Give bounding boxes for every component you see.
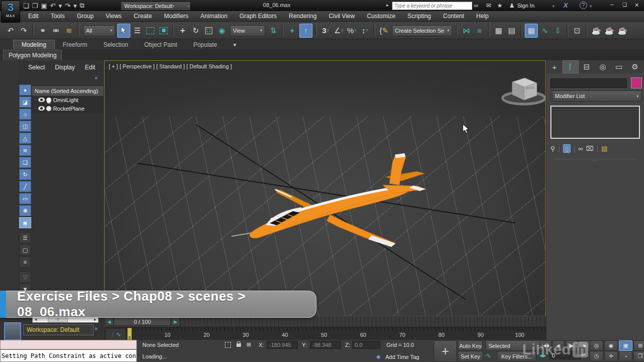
menu-item-help[interactable]: Help bbox=[470, 11, 495, 21]
select-and-move-button[interactable]: + bbox=[177, 24, 189, 37]
menu-item-content[interactable]: Content bbox=[437, 11, 470, 21]
ribbon-tab-selection[interactable]: Selection bbox=[95, 40, 136, 49]
display-shapes-toggle[interactable]: ◪ bbox=[19, 97, 31, 108]
list-item-omnilight[interactable]: ┄OmniLight bbox=[32, 96, 103, 104]
select-and-place-button[interactable]: ◉ bbox=[216, 24, 228, 37]
menu-item-modifiers[interactable]: Modifiers bbox=[158, 11, 195, 21]
selection-filter-dropdown[interactable]: All ▾ bbox=[83, 25, 115, 36]
new-file-icon[interactable]: ❏ bbox=[23, 2, 29, 10]
workspace-overflow-icon[interactable]: » bbox=[95, 325, 98, 331]
timeline-playhead[interactable]: 0 bbox=[127, 328, 132, 340]
communication-center-icon[interactable]: ✉ bbox=[486, 2, 491, 9]
toggle-scene-explorer-button[interactable]: ▦ bbox=[493, 24, 505, 37]
modifier-stack[interactable] bbox=[550, 106, 640, 139]
display-helpers-toggle[interactable]: △ bbox=[19, 133, 31, 144]
explorer-menu-display[interactable]: Display bbox=[51, 63, 78, 72]
menu-item-edit[interactable]: Edit bbox=[22, 11, 45, 21]
rendered-frame-window-button[interactable]: ☕ bbox=[603, 24, 615, 37]
visibility-eye-icon[interactable] bbox=[38, 98, 45, 102]
tab-motion[interactable]: ◎ bbox=[595, 60, 611, 73]
ribbon-tab-populate[interactable]: Populate bbox=[185, 40, 225, 49]
help-chevron-icon[interactable]: ▾ bbox=[590, 4, 592, 9]
y-coordinate-field[interactable]: -98.348 bbox=[310, 341, 341, 349]
menu-item-animation[interactable]: Animation bbox=[195, 11, 233, 21]
mini-curve-editor-button[interactable]: ⋮ ∿ bbox=[105, 328, 126, 340]
workspace-dropdown[interactable]: Workspace: Default ▾ bbox=[121, 2, 191, 11]
sign-in-chevron-icon[interactable]: ▾ bbox=[552, 4, 554, 9]
perspective-viewport[interactable]: BACK [ + ] [ Perspective ] [ Standard ] … bbox=[104, 60, 546, 317]
display-materials-toggle[interactable]: ❋ bbox=[19, 205, 31, 216]
window-restore-icon[interactable]: ❏ bbox=[622, 2, 627, 8]
ribbon-overflow-icon[interactable]: ▾ bbox=[225, 40, 245, 49]
user-icon[interactable]: ♟ bbox=[509, 2, 515, 9]
menu-item-views[interactable]: Views bbox=[100, 11, 128, 21]
select-and-manipulate-button[interactable]: + bbox=[286, 24, 298, 37]
unlink-selection-button[interactable]: ⚮ bbox=[50, 24, 62, 37]
menu-item-rendering[interactable]: Rendering bbox=[283, 11, 323, 21]
select-object-button[interactable] bbox=[117, 24, 130, 38]
keyframe-path-icon[interactable]: ·∿ bbox=[484, 352, 491, 359]
view-list-toggle[interactable]: ☰ bbox=[19, 232, 31, 243]
x-coordinate-field[interactable]: -180.945 bbox=[267, 341, 298, 349]
explorer-menu-select[interactable]: Select bbox=[24, 63, 49, 72]
use-pivot-point-button[interactable]: ⇅ bbox=[267, 24, 279, 37]
display-groups-toggle[interactable]: ❏ bbox=[19, 157, 31, 168]
rocketplane-model[interactable] bbox=[105, 61, 546, 317]
select-by-name-button[interactable]: ☰ bbox=[131, 24, 143, 37]
snaps-toggle-button[interactable]: 3? bbox=[319, 24, 332, 37]
ribbon-panel-polygon-modeling[interactable]: Polygon Modeling bbox=[3, 50, 62, 60]
orbit-button[interactable]: ◔ bbox=[619, 351, 632, 361]
display-selected-eye-toggle[interactable]: ◉ bbox=[19, 217, 31, 228]
tab-hierarchy[interactable]: ⊟ bbox=[579, 60, 595, 73]
viewport-layout-tab[interactable] bbox=[4, 322, 21, 340]
maxscript-listener-pink[interactable] bbox=[0, 340, 137, 349]
panel-resize-handle[interactable]: ····· bbox=[554, 159, 636, 162]
filter-combinations-toggle[interactable]: ▽ bbox=[19, 272, 31, 283]
view-blank-toggle[interactable]: ▢ bbox=[19, 244, 31, 255]
remove-modifier-button[interactable]: ⌧ bbox=[586, 145, 594, 152]
mirror-button[interactable]: ⋈ bbox=[460, 24, 472, 37]
display-geometry-toggle[interactable]: ● bbox=[19, 84, 31, 96]
configure-modifier-sets-button[interactable]: ▤ bbox=[601, 145, 607, 152]
pan-button[interactable]: ✛ bbox=[604, 351, 618, 361]
window-crossing-toggle-button[interactable] bbox=[157, 24, 170, 37]
timeline-ruler[interactable]: 0 102030405060708090100 bbox=[126, 327, 546, 340]
view-detail-toggle[interactable]: ≡ bbox=[19, 256, 31, 267]
exchange-icon[interactable]: X bbox=[564, 2, 568, 9]
ribbon-tab-freeform[interactable]: Freeform bbox=[55, 40, 96, 49]
viewport-label[interactable]: [ + ] [ Perspective ] [ Standard ] [ Def… bbox=[109, 63, 232, 69]
save-file-icon[interactable]: ▣ bbox=[41, 2, 47, 10]
display-bones-toggle[interactable]: ╱ bbox=[19, 181, 31, 192]
curve-editor-button[interactable]: ∿ bbox=[539, 24, 551, 37]
zoom-region-button[interactable]: ⊞ bbox=[633, 340, 644, 351]
angle-snap-button[interactable]: ∠? bbox=[333, 24, 345, 37]
menu-item-customize[interactable]: Customize bbox=[361, 11, 401, 21]
menu-item-civil-view[interactable]: Civil View bbox=[323, 11, 361, 21]
keyboard-shortcut-override-button[interactable]: ↑ bbox=[299, 24, 312, 38]
modifier-list-dropdown[interactable]: Modifier List ▾ bbox=[552, 90, 641, 102]
isolate-selection-icon[interactable] bbox=[225, 342, 231, 348]
viewcube[interactable]: BACK bbox=[497, 70, 546, 112]
make-unique-button[interactable]: ∞ bbox=[578, 145, 583, 152]
reference-coordinate-dropdown[interactable]: View ▾ bbox=[230, 25, 265, 36]
select-and-rotate-button[interactable]: ↻ bbox=[190, 24, 202, 37]
menu-item-tools[interactable]: Tools bbox=[45, 11, 71, 21]
pin-stack-button[interactable]: ⚲ bbox=[550, 145, 555, 152]
ribbon-tab-modeling[interactable]: Modeling bbox=[13, 40, 55, 49]
tab-display[interactable]: ▭ bbox=[611, 60, 627, 73]
selection-lock-icon[interactable] bbox=[236, 343, 241, 347]
toggle-ribbon-button[interactable]: ▦ bbox=[525, 24, 538, 38]
application-menu-button[interactable]: 3 MAX bbox=[1, 1, 20, 23]
select-and-scale-button[interactable] bbox=[203, 24, 215, 37]
explorer-menu-edit[interactable]: Edit bbox=[81, 63, 100, 72]
open-file-icon[interactable]: ❒ bbox=[32, 2, 38, 10]
menu-item-scripting[interactable]: Scripting bbox=[401, 11, 437, 21]
ribbon-tab-object-paint[interactable]: Object Paint bbox=[136, 40, 185, 49]
maximize-viewport-button[interactable]: ❒ bbox=[633, 351, 644, 361]
visibility-eye-icon[interactable] bbox=[38, 106, 45, 111]
sign-in-link[interactable]: Sign In bbox=[517, 3, 534, 9]
search-icon[interactable]: ∞ bbox=[474, 2, 478, 9]
qat-overflow-icon[interactable]: = bbox=[187, 4, 190, 9]
list-item-rocketplane[interactable]: ┄RocketPlane bbox=[32, 104, 103, 113]
display-xrefs-toggle[interactable]: ↻ bbox=[19, 169, 31, 180]
